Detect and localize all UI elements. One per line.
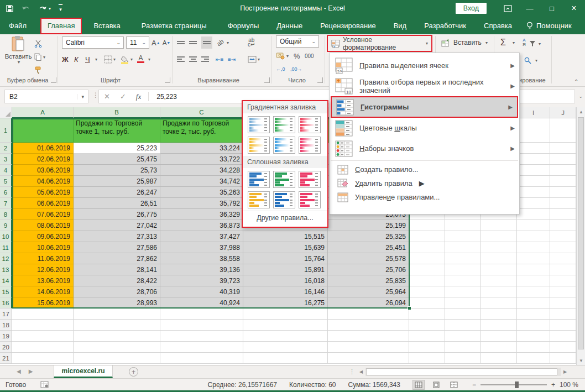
- cell-C18[interactable]: [160, 320, 243, 331]
- cell-D19[interactable]: [243, 331, 328, 342]
- cell-B14[interactable]: 28,422: [74, 275, 160, 286]
- row-header-11[interactable]: 11: [0, 242, 12, 253]
- cell-J1[interactable]: [550, 118, 576, 143]
- cell-B11[interactable]: 27,586: [74, 242, 160, 253]
- cell-C10[interactable]: 37,427: [160, 231, 243, 242]
- formula-input[interactable]: 25,223: [151, 93, 177, 101]
- expand-formula-bar-icon[interactable]: ⌄: [578, 93, 583, 99]
- cell-F9[interactable]: [409, 220, 445, 231]
- sort-filter-dropdown[interactable]: ▾: [539, 38, 541, 50]
- cell-A4[interactable]: 03.06.2019: [12, 165, 74, 176]
- macro-record-icon[interactable]: [40, 381, 49, 389]
- cell-G15[interactable]: [445, 286, 481, 297]
- cell-C11[interactable]: 37,988: [160, 242, 243, 253]
- fill-handle[interactable]: [408, 306, 411, 310]
- tab-formulas[interactable]: Формулы: [221, 18, 267, 34]
- cell-G19[interactable]: [445, 331, 481, 342]
- cell-J11[interactable]: [550, 242, 576, 253]
- menu-item-icon-sets[interactable]: Наборы значков ▶: [330, 138, 519, 159]
- cell-E18[interactable]: [328, 320, 409, 331]
- cell-C9[interactable]: 36,873: [160, 220, 243, 231]
- cell-J7[interactable]: [550, 198, 576, 209]
- cell-A21[interactable]: [12, 353, 74, 364]
- cell-E10[interactable]: 25,325: [328, 231, 409, 242]
- cell-A17[interactable]: [12, 309, 74, 320]
- menu-item-manage-rules[interactable]: Управление правилами...: [330, 190, 519, 204]
- cell-A11[interactable]: 10.06.2019: [12, 242, 74, 253]
- tab-insert[interactable]: Вставка: [86, 18, 127, 34]
- row-header-2[interactable]: 2: [0, 143, 12, 154]
- format-painter-icon[interactable]: [34, 64, 42, 76]
- cell-E17[interactable]: [328, 309, 409, 320]
- alignment-dialog-launcher[interactable]: [264, 77, 270, 83]
- cell-A14[interactable]: 13.06.2019: [12, 275, 74, 286]
- cell-C13[interactable]: 39,136: [160, 264, 243, 275]
- cell-C20[interactable]: [160, 342, 243, 353]
- row-header-14[interactable]: 14: [0, 275, 12, 286]
- cell-A3[interactable]: 02.06.2019: [12, 154, 74, 165]
- tab-file[interactable]: Файл: [0, 18, 34, 34]
- cell-B12[interactable]: 27,862: [74, 253, 160, 264]
- cell-A1[interactable]: [12, 118, 74, 143]
- cell-C19[interactable]: [160, 331, 243, 342]
- find-select-dropdown[interactable]: ▾: [535, 54, 537, 66]
- font-name-combo[interactable]: Calibri⌄: [62, 36, 124, 49]
- cell-C3[interactable]: 33,722: [160, 154, 243, 165]
- cell-C8[interactable]: 36,329: [160, 209, 243, 220]
- row-header-6[interactable]: 6: [0, 187, 12, 198]
- font-color-icon[interactable]: А: [137, 53, 144, 65]
- horizontal-scroll-thumb[interactable]: [366, 368, 557, 375]
- cell-F20[interactable]: [409, 342, 445, 353]
- cell-I13[interactable]: [517, 264, 550, 275]
- cell-I7[interactable]: [517, 198, 550, 209]
- cell-G12[interactable]: [445, 253, 481, 264]
- zoom-slider[interactable]: [480, 384, 547, 385]
- tab-view[interactable]: Вид: [386, 18, 414, 34]
- cell-G11[interactable]: [445, 242, 481, 253]
- row-header-17[interactable]: 17: [0, 309, 12, 320]
- font-color-dropdown[interactable]: ▾: [148, 53, 150, 65]
- increase-indent-icon[interactable]: ≡⇥: [228, 53, 236, 65]
- enter-icon[interactable]: ✓: [115, 92, 131, 101]
- databar-style-gradient-3[interactable]: [299, 116, 321, 133]
- cell-D20[interactable]: [243, 342, 328, 353]
- hscroll-grip[interactable]: ⋮: [349, 368, 355, 375]
- cell-G14[interactable]: [445, 275, 481, 286]
- bold-button[interactable]: Ж: [62, 53, 69, 65]
- cell-C14[interactable]: 39,723: [160, 275, 243, 286]
- next-sheet-icon[interactable]: ▶: [29, 368, 33, 374]
- cell-G16[interactable]: [445, 297, 481, 309]
- databar-style-solid-3[interactable]: [299, 171, 321, 188]
- cell-E9[interactable]: 25,199: [328, 220, 409, 231]
- vertical-scroll-thumb[interactable]: [578, 117, 584, 349]
- cell-B6[interactable]: 26,247: [74, 187, 160, 198]
- cell-B7[interactable]: 26,51: [74, 198, 160, 209]
- cell-H15[interactable]: [481, 286, 517, 297]
- cell-A19[interactable]: [12, 331, 74, 342]
- name-box[interactable]: B2 ▾: [4, 90, 88, 103]
- wrap-text-icon[interactable]: abc↵: [248, 36, 255, 49]
- close-button[interactable]: ×: [563, 0, 585, 17]
- cell-C4[interactable]: 34,228: [160, 165, 243, 176]
- comma-style-button[interactable]: 000: [305, 50, 314, 62]
- databar-style-gradient-5[interactable]: [273, 137, 295, 154]
- row-header-8[interactable]: 8: [0, 209, 12, 220]
- cell-J8[interactable]: [550, 209, 576, 220]
- zoom-out-button[interactable]: −: [472, 381, 476, 389]
- column-header-A[interactable]: A: [12, 107, 74, 118]
- cell-B9[interactable]: 27,042: [74, 220, 160, 231]
- align-bottom-icon[interactable]: [201, 36, 212, 49]
- align-left-icon[interactable]: [177, 53, 185, 65]
- cell-J10[interactable]: [550, 231, 576, 242]
- more-rules-item[interactable]: Другие правила...: [243, 211, 327, 224]
- row-header-20[interactable]: 20: [0, 342, 12, 353]
- column-header-C[interactable]: C: [160, 107, 243, 118]
- cell-J6[interactable]: [550, 187, 576, 198]
- cell-F13[interactable]: [409, 264, 445, 275]
- zoom-in-button[interactable]: +: [551, 381, 555, 389]
- cell-B1[interactable]: Продажи по Торговой точке 1, тыс. руб.: [74, 118, 160, 143]
- conditional-formatting-button[interactable]: Условное форматирование ▾: [327, 35, 432, 52]
- cell-C15[interactable]: 40,319: [160, 286, 243, 297]
- cell-G18[interactable]: [445, 320, 481, 331]
- align-middle-icon[interactable]: [189, 36, 197, 49]
